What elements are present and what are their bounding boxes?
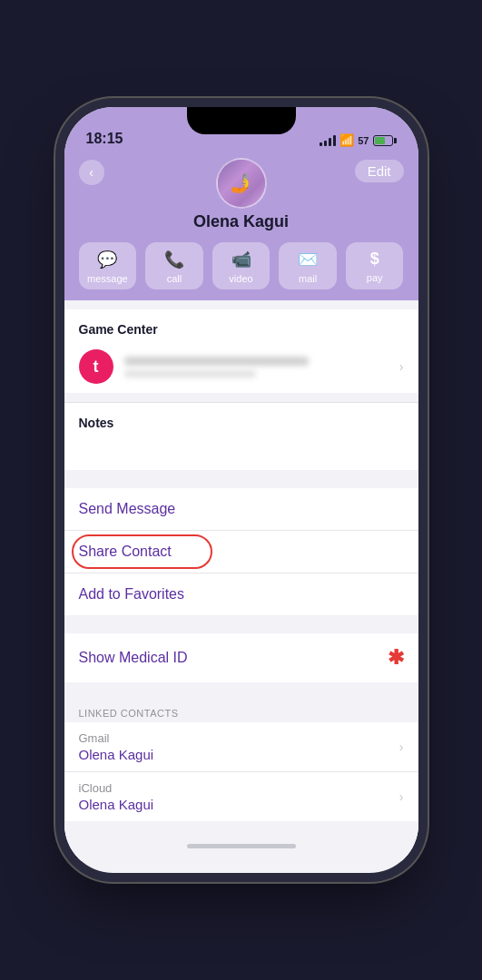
blurred-username — [124, 357, 310, 366]
mail-label: mail — [299, 273, 317, 284]
avatar-photo: 🤳 — [218, 160, 265, 207]
action-button-message[interactable]: 💬 message — [79, 242, 137, 289]
battery-percent: 57 — [358, 135, 369, 146]
wifi-icon: 📶 — [339, 133, 354, 147]
chevron-right-gmail-icon: › — [399, 740, 404, 754]
divider4 — [64, 682, 418, 691]
linked-icloud-info: iCloud Olena Kagui — [79, 781, 154, 812]
home-indicator — [64, 830, 418, 861]
gc-avatar: t — [79, 349, 113, 384]
video-icon: 📹 — [231, 250, 251, 270]
content-area: Game Center t › Notes Send Message Share… — [64, 300, 418, 861]
blurred-detail — [124, 370, 257, 377]
medical-section: Show Medical ID ✱ — [64, 633, 418, 682]
avatar: 🤳 — [216, 158, 267, 209]
contact-header: ‹ Edit 🤳 Olena Kagui 💬 message 📞 call 📹 … — [64, 152, 418, 300]
action-button-call[interactable]: 📞 call — [145, 242, 203, 289]
share-contact-item[interactable]: Share Contact — [64, 531, 418, 573]
add-favorites-item[interactable]: Add to Favorites — [64, 573, 418, 615]
action-button-video[interactable]: 📹 video — [212, 242, 271, 289]
icloud-source: iCloud — [79, 781, 154, 795]
contact-name: Olena Kagui — [193, 212, 289, 231]
signal-icon — [320, 135, 336, 146]
mail-icon: ✉️ — [298, 250, 318, 270]
icloud-name: Olena Kagui — [79, 797, 154, 812]
linked-gmail-info: Gmail Olena Kagui — [79, 731, 154, 762]
divider3 — [64, 615, 418, 624]
call-label: call — [167, 273, 182, 284]
notch — [187, 107, 296, 134]
video-label: video — [229, 273, 252, 284]
call-icon: 📞 — [164, 250, 184, 270]
status-icons: 📶 57 — [320, 133, 396, 147]
send-message-label: Send Message — [79, 501, 176, 517]
gmail-name: Olena Kagui — [79, 747, 154, 762]
medical-label: Show Medical ID — [79, 650, 188, 666]
message-icon: 💬 — [97, 250, 117, 270]
edit-button[interactable]: Edit — [355, 160, 404, 182]
add-favorites-label: Add to Favorites — [79, 586, 185, 603]
action-button-mail[interactable]: ✉️ mail — [279, 242, 337, 289]
linked-contacts-label: LINKED CONTACTS — [64, 701, 418, 722]
share-contact-label: Share Contact — [79, 544, 172, 560]
status-time: 18:15 — [86, 131, 123, 147]
notes-section: Notes — [64, 402, 418, 470]
medical-row[interactable]: Show Medical ID ✱ — [64, 633, 418, 682]
battery-icon — [373, 135, 397, 146]
phone-frame: 18:15 📶 57 ‹ Edit 🤳 Olena Kagui — [64, 107, 418, 873]
gmail-source: Gmail — [79, 731, 154, 745]
message-label: message — [87, 273, 128, 284]
pay-label: pay — [367, 272, 383, 283]
chevron-right-icon: › — [399, 359, 404, 374]
medical-star-icon: ✱ — [388, 646, 404, 670]
divider — [64, 393, 418, 402]
action-buttons-row: 💬 message 📞 call 📹 video ✉️ mail $ pay — [79, 242, 404, 289]
pay-icon: $ — [370, 250, 379, 269]
chevron-right-icloud-icon: › — [399, 789, 404, 804]
game-center-section: Game Center t › — [64, 309, 418, 393]
divider5 — [64, 821, 418, 830]
notes-title: Notes — [79, 416, 404, 434]
linked-contact-icloud[interactable]: iCloud Olena Kagui › — [64, 772, 418, 821]
send-message-item[interactable]: Send Message — [64, 488, 418, 531]
home-bar — [187, 844, 296, 848]
linked-contacts-section: LINKED CONTACTS Gmail Olena Kagui › iClo… — [64, 701, 418, 821]
back-button[interactable]: ‹ — [79, 160, 104, 185]
status-bar: 18:15 📶 57 — [64, 107, 418, 152]
action-list: Send Message Share Contact Add to Favori… — [64, 488, 418, 615]
divider2 — [64, 470, 418, 479]
game-center-title: Game Center — [64, 309, 418, 340]
gc-info — [124, 357, 389, 377]
linked-contact-gmail[interactable]: Gmail Olena Kagui › — [64, 722, 418, 772]
action-button-pay[interactable]: $ pay — [346, 242, 404, 289]
game-center-row[interactable]: t › — [64, 340, 418, 393]
